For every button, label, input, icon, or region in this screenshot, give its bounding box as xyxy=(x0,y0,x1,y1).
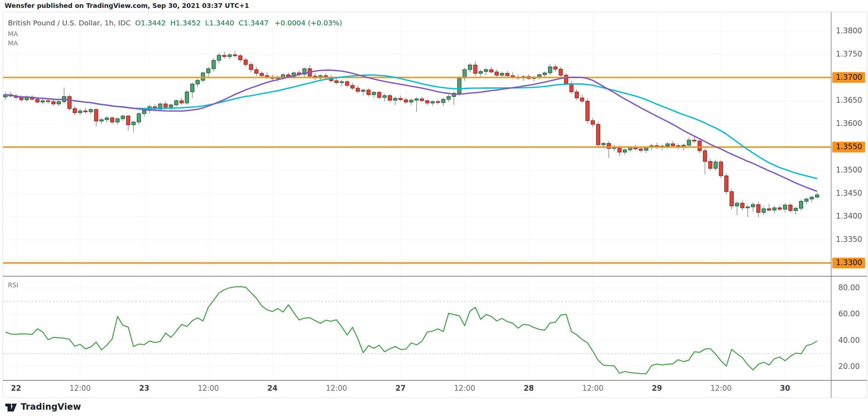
candle-up xyxy=(805,199,808,201)
candle-down xyxy=(564,75,568,83)
price-level-badge-label: 1.3300 xyxy=(836,258,862,267)
candle-down xyxy=(693,140,696,141)
candle-up xyxy=(281,75,285,77)
time-axis-day-label: 29 xyxy=(652,384,662,393)
candle-down xyxy=(52,102,55,104)
candle-down xyxy=(46,101,50,102)
candle-down xyxy=(559,69,563,75)
candle-down xyxy=(570,83,573,92)
price-axis-label: 1.3600 xyxy=(836,119,862,128)
candle-down xyxy=(249,64,253,69)
candle-up xyxy=(772,208,776,210)
candle-down xyxy=(388,96,392,100)
candle-up xyxy=(447,97,450,99)
time-axis-day-label: 24 xyxy=(267,384,278,393)
candle-down xyxy=(20,97,23,99)
candle-up xyxy=(201,73,205,81)
candle-up xyxy=(105,118,108,120)
candle-down xyxy=(356,88,360,91)
candle-down xyxy=(596,124,600,145)
candle-up xyxy=(217,55,221,60)
candle-down xyxy=(94,109,98,121)
tradingview-footer: TradingView xyxy=(5,401,81,413)
time-axis-day-label: 27 xyxy=(396,384,406,393)
ma-indicator-label-2: MA xyxy=(8,39,18,47)
candle-down xyxy=(495,72,499,75)
candle-down xyxy=(505,73,509,75)
symbol-title: British Pound / U.S. Dollar, 1h, IDC xyxy=(8,19,131,27)
candle-down xyxy=(84,111,87,112)
symbol-title-row: British Pound / U.S. Dollar, 1h, IDC O1.… xyxy=(8,19,342,27)
candle-up xyxy=(548,67,552,73)
candle-up xyxy=(500,73,504,75)
candle-down xyxy=(618,147,621,152)
rsi-line xyxy=(5,287,817,374)
time-axis-day-label: 23 xyxy=(139,384,150,393)
ohlc-change: +0.0004 (+0.03%) xyxy=(275,19,342,27)
candle-down xyxy=(767,209,771,210)
ma-line-fast xyxy=(5,70,817,191)
price-axis-label: 1.3650 xyxy=(836,96,862,104)
candle-up xyxy=(783,205,787,209)
candle-up xyxy=(132,122,135,125)
price-chart-canvas[interactable]: 1.38001.37501.36501.36001.35001.34501.34… xyxy=(0,0,868,419)
candle-up xyxy=(484,70,488,72)
candle-up xyxy=(543,73,547,75)
candle-up xyxy=(174,101,178,105)
candle-down xyxy=(671,144,675,146)
candle-up xyxy=(815,195,819,197)
candle-up xyxy=(431,102,435,103)
price-axis-label: 1.3450 xyxy=(836,189,862,198)
candle-down xyxy=(345,82,349,85)
ohlc-high: H1.3452 xyxy=(170,19,201,27)
candle-up xyxy=(207,69,210,73)
candle-down xyxy=(180,101,183,103)
time-axis-hour-label: 12:00 xyxy=(198,384,219,393)
candle-up xyxy=(810,197,814,199)
time-axis-day-label: 28 xyxy=(524,384,534,393)
candle-down xyxy=(260,73,263,75)
candle-up xyxy=(644,147,648,150)
ma-lines xyxy=(5,70,817,191)
candlestick-series xyxy=(4,51,819,217)
price-axis-label: 1.3400 xyxy=(836,212,862,220)
candle-down xyxy=(420,99,424,101)
candle-down xyxy=(778,208,781,209)
candle-down xyxy=(36,99,39,102)
candle-down xyxy=(580,98,584,101)
candle-up xyxy=(666,144,669,146)
rsi-axis-label: 60.00 xyxy=(838,310,860,318)
candle-down xyxy=(708,161,712,168)
candle-down xyxy=(591,121,595,124)
candle-down xyxy=(474,65,477,73)
time-axis-hour-label: 12:00 xyxy=(454,384,475,393)
candle-up xyxy=(78,111,82,113)
price-axis-label: 1.3750 xyxy=(836,50,862,58)
time-axis-hour-label: 12:00 xyxy=(326,384,347,393)
rsi-series xyxy=(5,287,817,374)
candle-up xyxy=(383,96,386,97)
candle-up xyxy=(479,72,483,73)
candle-up xyxy=(762,209,766,212)
candle-up xyxy=(468,65,472,70)
ohlc-open: O1.3442 xyxy=(135,19,166,27)
price-level-badge-label: 1.3550 xyxy=(836,142,862,151)
candle-down xyxy=(703,151,707,161)
candle-down xyxy=(377,92,381,97)
candle-up xyxy=(623,150,627,152)
candle-down xyxy=(639,149,642,150)
time-axis-hour-label: 12:00 xyxy=(582,384,603,393)
time-axis-day-label: 30 xyxy=(780,384,790,393)
candle-up xyxy=(687,140,691,145)
candle-down xyxy=(490,70,493,72)
candle-down xyxy=(724,176,728,191)
candle-down xyxy=(399,98,402,100)
candle-up xyxy=(415,99,418,100)
candle-up xyxy=(393,98,397,100)
candle-down xyxy=(73,108,77,113)
candle-up xyxy=(121,116,125,119)
candle-up xyxy=(142,111,146,114)
candle-down xyxy=(789,205,792,211)
ma-indicator-label-1: MA xyxy=(8,30,18,38)
time-axis-hour-label: 12:00 xyxy=(711,384,732,393)
